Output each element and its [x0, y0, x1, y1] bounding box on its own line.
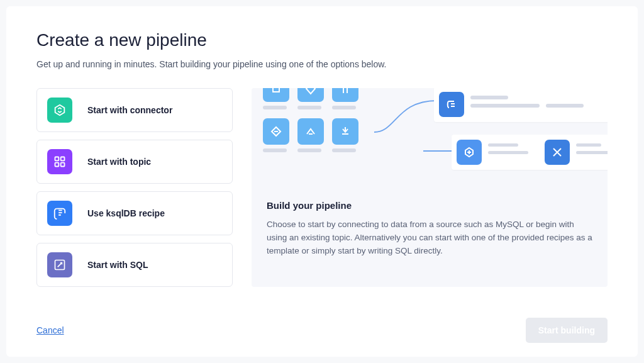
svg-rect-0	[55, 157, 59, 161]
topic-icon	[47, 149, 72, 174]
preview-description: Choose to start by connecting to data fr…	[267, 218, 592, 258]
sql-icon	[47, 252, 72, 277]
svg-rect-2	[55, 163, 59, 167]
recipe-icon	[47, 201, 72, 226]
connector-icon	[47, 98, 72, 123]
pipeline-illustration	[252, 88, 608, 190]
page-title: Create a new pipeline	[36, 30, 608, 50]
preview-panel: Build your pipeline Choose to start by c…	[252, 88, 608, 287]
option-label: Start with connector	[87, 105, 172, 115]
svg-rect-3	[61, 163, 65, 167]
option-start-with-connector[interactable]: Start with connector	[36, 88, 233, 132]
option-use-ksqldb-recipe[interactable]: Use ksqlDB recipe	[36, 191, 233, 235]
start-building-button[interactable]: Start building	[526, 318, 608, 343]
options-column: Start with connector Start with topic Us…	[36, 88, 233, 287]
svg-rect-1	[61, 157, 65, 161]
option-label: Use ksqlDB recipe	[87, 208, 165, 218]
option-start-with-sql[interactable]: Start with SQL	[36, 243, 233, 287]
option-label: Start with SQL	[87, 260, 148, 270]
preview-title: Build your pipeline	[267, 200, 592, 211]
option-label: Start with topic	[87, 157, 151, 167]
cancel-link[interactable]: Cancel	[36, 325, 64, 335]
page-subtitle: Get up and running in minutes. Start bui…	[36, 59, 608, 69]
option-start-with-topic[interactable]: Start with topic	[36, 140, 233, 184]
